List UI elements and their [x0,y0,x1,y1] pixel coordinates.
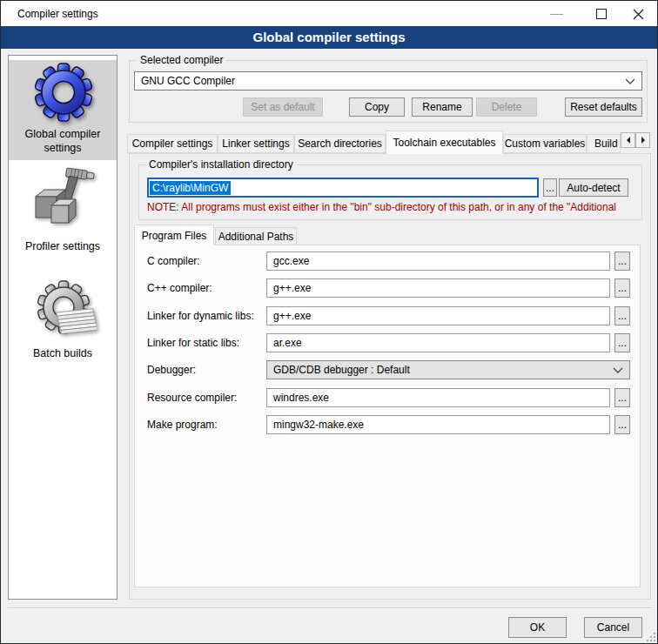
compiler-settings-dialog: Compiler settings Global compiler settin… [0,0,658,644]
batch-builds-icon [32,276,97,344]
debugger-select[interactable]: GDB/CDB debugger : Default [266,360,630,379]
sidebar-item-label: Profiler settings [9,239,117,253]
field-label: C compiler: [147,255,200,267]
note-text: NOTE: All programs must exist either in … [147,201,640,213]
linker-static-input[interactable]: ar.exe [266,333,610,352]
field-label: Debugger: [147,364,196,376]
close-icon[interactable] [633,9,644,20]
tab-scroll-left-icon[interactable] [621,132,635,148]
browse-c-compiler-button[interactable]: ... [614,252,630,271]
chevron-down-icon [613,367,623,373]
resource-compiler-value: windres.exe [273,392,329,404]
chevron-down-icon [625,78,635,84]
linker-static-value: ar.exe [273,337,302,349]
linker-dynamic-input[interactable]: g++.exe [266,306,610,325]
tab-build-options[interactable]: Build [587,134,621,153]
compiler-select-value: GNU GCC Compiler [141,75,235,87]
make-program-value: mingw32-make.exe [273,419,364,431]
delete-button[interactable]: Delete [476,97,537,117]
tab-scroll-right-icon[interactable] [635,132,650,148]
field-label: Linker for static libs: [147,337,239,349]
set-as-default-button[interactable]: Set as default [243,97,323,117]
installation-directory-value: C:\raylib\MinGW [150,181,231,195]
global-compiler-settings-icon [33,62,94,123]
footer-separator [8,607,652,609]
maximize-icon[interactable] [596,9,607,19]
field-label: Linker for dynamic libs: [147,310,254,322]
field-label: C++ compiler: [147,282,212,294]
tab-linker-settings[interactable]: Linker settings [218,134,294,153]
c-compiler-input[interactable]: gcc.exe [266,252,610,271]
subtab-additional-paths[interactable]: Additional Paths [215,227,297,245]
resize-grip[interactable] [647,633,656,642]
make-program-input[interactable]: mingw32-make.exe [266,415,610,434]
field-label: Make program: [147,419,218,431]
debugger-value: GDB/CDB debugger : Default [273,364,410,376]
c-compiler-value: gcc.exe [273,255,309,267]
linker-dynamic-value: g++.exe [273,310,311,322]
ok-button[interactable]: OK [508,617,567,638]
profiler-settings-icon [30,165,95,233]
resource-compiler-input[interactable]: windres.exe [266,388,610,407]
page-title: Global compiler settings [1,26,657,49]
browse-make-program-button[interactable]: ... [614,415,630,434]
tab-toolchain-executables[interactable]: Toolchain executables [386,131,503,154]
browse-directory-button[interactable]: ... [543,178,557,197]
browse-cpp-compiler-button[interactable]: ... [614,278,630,298]
compiler-select[interactable]: GNU GCC Compiler [134,71,642,91]
reset-defaults-button[interactable]: Reset defaults [565,97,642,117]
sidebar-item-label: Batch builds [9,346,117,360]
subtab-program-files[interactable]: Program Files [134,225,214,245]
field-label: Resource compiler: [147,392,237,404]
autodetect-button[interactable]: Auto-detect [559,178,628,197]
cancel-button[interactable]: Cancel [584,617,642,638]
installation-directory-input[interactable]: C:\raylib\MinGW [147,178,539,198]
browse-linker-static-button[interactable]: ... [614,333,630,352]
sidebar-item-label: Global compiler settings [9,127,117,155]
cpp-compiler-input[interactable]: g++.exe [266,278,610,298]
browse-resource-compiler-button[interactable]: ... [614,388,630,407]
cpp-compiler-value: g++.exe [273,282,311,294]
tab-compiler-settings[interactable]: Compiler settings [127,134,218,153]
tab-custom-variables[interactable]: Custom variables [503,134,587,153]
window-title: Compiler settings [17,8,98,20]
minimize-icon[interactable] [550,14,563,15]
browse-linker-dynamic-button[interactable]: ... [614,306,630,325]
rename-button[interactable]: Rename [412,97,473,117]
installation-directory-group-label: Compiler's installation directory [145,158,297,171]
title-bar: Compiler settings [1,1,657,26]
tab-search-directories[interactable]: Search directories [294,134,386,153]
selected-compiler-group-label: Selected compiler [137,54,226,66]
copy-button[interactable]: Copy [349,97,405,117]
